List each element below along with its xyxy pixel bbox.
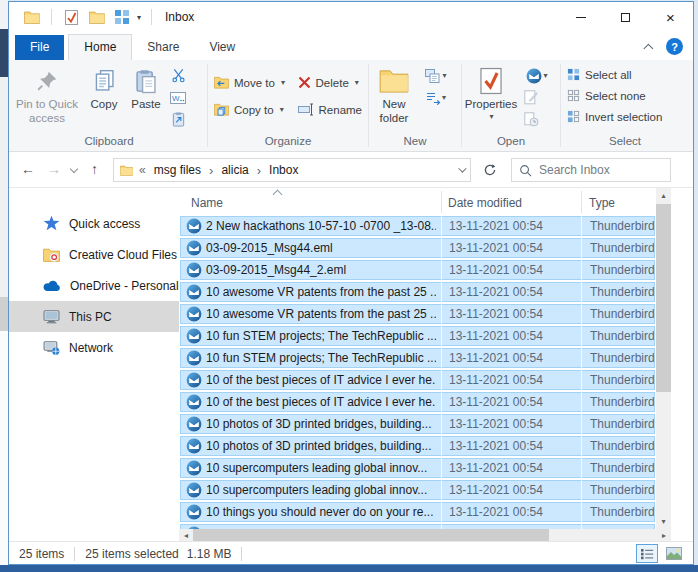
search-input[interactable] [539,163,649,177]
tab-file[interactable]: File [15,35,64,60]
thumbnail-view-button[interactable] [663,544,685,563]
dropdown-icon: ▾ [281,78,285,87]
qat-customize-dropdown[interactable]: ▾ [137,13,141,22]
scroll-down-arrow[interactable]: ▾ [656,514,671,529]
thunderbird-file-icon [186,438,202,454]
desktop-bottom-band [0,565,698,572]
easy-access-button[interactable]: ▾ [419,87,453,108]
move-to-button[interactable]: Move to▾ [208,69,292,96]
file-name: 10 things you should never do on your re… [206,505,436,519]
breadcrumb-separator[interactable]: › [251,163,267,178]
copy-button[interactable]: Copy [83,63,125,115]
breadcrumb-inbox[interactable]: Inbox [267,163,300,177]
table-row[interactable]: 10 photos of 3D printed bridges, buildin… [180,414,655,434]
tab-share[interactable]: Share [132,35,194,60]
table-row[interactable]: 10 awesome VR patents from the past 25 .… [180,304,655,324]
thunderbird-file-icon [186,504,202,520]
edit-button[interactable] [520,87,542,108]
sidebar-item-quick-access[interactable]: Quick access [9,208,179,239]
file-name: 10 fun STEM projects; The TechRepublic .… [206,351,436,365]
horizontal-scroll-thumb[interactable] [193,529,549,541]
status-bar: 25 items 25 items selected 1.18 MB [9,541,693,565]
details-view-button[interactable] [636,544,658,563]
sidebar-item-this-pc[interactable]: This PC [9,301,179,332]
delete-icon [298,76,311,89]
vertical-scrollbar[interactable]: ▴ ▾ [656,188,671,529]
table-row[interactable]: 10 photos of 3D printed bridges, buildin… [180,436,655,456]
new-folder-button[interactable]: New folder [369,63,419,129]
table-row[interactable]: 10 awesome VR patents from the past 25 .… [180,282,655,302]
pin-to-quick-access-button[interactable]: Pin to Quick access [11,63,83,129]
file-type: Thunderbird D [590,417,654,431]
sidebar-item-onedrive[interactable]: OneDrive - Personal [9,270,179,301]
tab-view[interactable]: View [194,35,250,60]
table-row[interactable]: 03-09-2015_Msg44_2.eml 13-11-2021 00:54 … [180,260,655,280]
breadcrumb-overflow[interactable]: « [135,163,152,177]
new-item-button[interactable]: ▾ [419,65,453,86]
forward-button[interactable]: → [47,161,61,177]
file-date-modified: 13-11-2021 00:54 [449,285,577,299]
delete-button[interactable]: Delete▾ [292,69,368,96]
open-with-thunderbird-button[interactable]: ▾ [520,65,554,86]
column-header-date-modified[interactable]: Date modified [448,196,522,210]
copy-to-button[interactable]: Copy to▾ [208,96,292,123]
breadcrumb-msg-files[interactable]: msg files [152,163,203,177]
back-button[interactable]: ← [21,161,35,177]
tab-home[interactable]: Home [68,34,132,60]
search-box[interactable] [511,158,671,182]
file-date-modified: 13-11-2021 00:54 [449,351,577,365]
thunderbird-file-icon [186,262,202,278]
table-row[interactable]: 10 supercomputers leading global innov..… [180,458,655,478]
rename-button[interactable]: Rename [292,96,368,123]
refresh-button[interactable] [477,160,503,180]
table-row[interactable]: 10 fun STEM projects; The TechRepublic .… [180,326,655,346]
file-name: 10 photos of 3D printed bridges, buildin… [206,439,436,453]
qat-properties-icon[interactable] [63,10,80,25]
scroll-right-arrow[interactable]: ▸ [657,529,671,541]
address-dropdown-icon[interactable] [458,164,466,172]
maximize-button[interactable] [603,2,648,32]
file-date-modified: 13-11-2021 00:54 [449,219,577,233]
sidebar-item-network[interactable]: Network [9,332,179,363]
column-separator[interactable] [581,191,582,213]
up-button[interactable]: ↑ [91,161,98,177]
address-box[interactable]: « msg files › alicia › Inbox [113,158,471,182]
table-row[interactable]: 10 of the best pieces of IT advice I eve… [180,370,655,390]
qat-view-grid-icon[interactable] [113,10,130,25]
table-row[interactable]: 10 fun STEM projects; The TechRepublic .… [180,348,655,368]
minimize-button[interactable] [558,2,603,32]
column-separator[interactable] [441,191,442,213]
breadcrumb-alicia[interactable]: alicia [219,163,250,177]
scroll-left-arrow[interactable]: ◂ [179,529,193,541]
table-row[interactable]: 03-09-2015_Msg44.eml 13-11-2021 00:54 Th… [180,238,655,258]
table-row[interactable]: 2 New hackathons 10-57-10 -0700 _13-08..… [180,216,655,236]
help-icon[interactable]: ? [666,38,683,55]
select-all-button[interactable]: Select all [561,64,638,85]
horizontal-scrollbar[interactable]: ◂ ▸ [179,529,671,541]
history-button[interactable] [520,109,542,130]
table-row[interactable]: 10 of the best pieces of IT advice I eve… [180,392,655,412]
recent-locations-dropdown[interactable] [70,165,78,173]
properties-button[interactable]: Properties ▾ [462,63,520,124]
table-row[interactable]: 10 supercomputers leading global innov..… [180,480,655,500]
move-to-icon [214,76,229,89]
table-row[interactable]: 10 things you should never do on your re… [180,502,655,522]
cut-button[interactable] [167,65,189,86]
vertical-scroll-thumb[interactable] [656,204,671,392]
sidebar-item-creative-cloud-files[interactable]: Creative Cloud Files [9,239,179,270]
column-header-type[interactable]: Type [589,196,615,210]
qat-new-folder-icon[interactable] [88,10,105,25]
status-separator [74,547,75,561]
column-header-name[interactable]: Name [191,196,223,210]
paste-button[interactable]: Paste [125,63,167,115]
scroll-up-arrow[interactable]: ▴ [656,188,671,203]
close-button[interactable]: × [648,2,693,32]
select-none-button[interactable]: Select none [561,85,652,106]
file-type: Thunderbird D [590,439,654,453]
copy-path-button[interactable]: W [167,87,189,108]
breadcrumb-separator[interactable]: › [203,163,219,178]
maximize-icon [621,13,630,22]
collapse-ribbon-icon[interactable] [643,44,653,54]
invert-selection-button[interactable]: Invert selection [561,106,668,127]
paste-shortcut-button[interactable] [167,109,189,130]
